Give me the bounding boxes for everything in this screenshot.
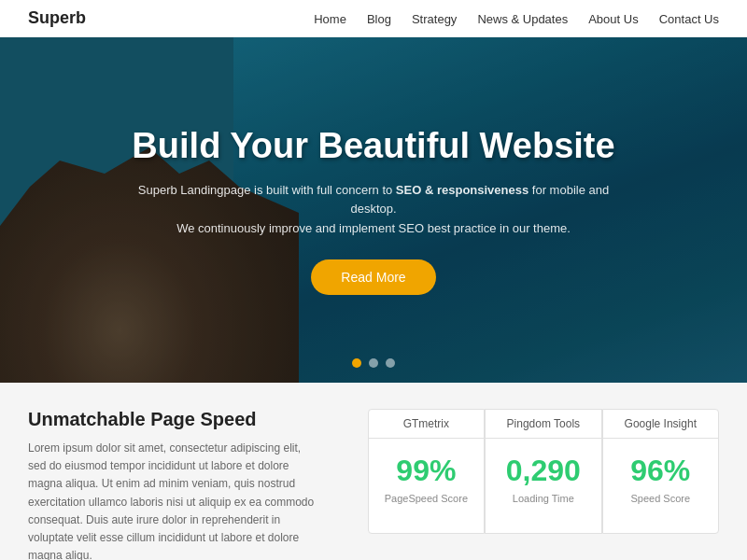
stat-card-0: GTmetrix99%PageSpeed Score (368, 409, 485, 534)
nav-item-about-us[interactable]: About Us (588, 12, 638, 26)
stat-header-1: Pingdom Tools (486, 410, 600, 439)
nav-item-news-&-updates[interactable]: News & Updates (477, 12, 568, 26)
nav-item-contact-us[interactable]: Contact Us (659, 12, 719, 26)
nav-item-blog[interactable]: Blog (367, 12, 391, 26)
dot-1[interactable] (369, 358, 378, 368)
bottom-section: Unmatchable Page Speed Lorem ipsum dolor… (0, 383, 747, 560)
hero-subtitle: Superb Landingpage is built with full co… (131, 181, 616, 239)
logo: Superb (28, 8, 86, 28)
main-nav: HomeBlogStrategyNews & UpdatesAbout UsCo… (314, 10, 719, 27)
stat-value-0: 99% (387, 439, 465, 493)
stat-label-0: PageSpeed Score (385, 493, 468, 513)
stat-label-2: Speed Score (630, 493, 690, 513)
hero-section: Build Your Beautiful Website Superb Land… (0, 37, 747, 383)
hero-dots (352, 358, 395, 368)
header: Superb HomeBlogStrategyNews & UpdatesAbo… (0, 0, 747, 37)
hero-content: Build Your Beautiful Website Superb Land… (0, 37, 747, 383)
stat-value-1: 0,290 (497, 439, 590, 493)
section-description: Lorem ipsum dolor sit amet, consectetur … (28, 440, 321, 560)
stat-card-1: Pingdom Tools0,290Loading Time (485, 409, 601, 534)
dot-0[interactable] (352, 358, 361, 368)
stat-label-1: Loading Time (513, 493, 574, 513)
stat-card-2: Google Insight96%Speed Score (602, 409, 719, 534)
read-more-button[interactable]: Read More (311, 259, 435, 295)
nav-item-home[interactable]: Home (314, 12, 346, 26)
dot-2[interactable] (386, 358, 395, 368)
section-title: Unmatchable Page Speed (28, 409, 321, 430)
hero-title: Build Your Beautiful Website (132, 125, 614, 168)
page-speed-text: Unmatchable Page Speed Lorem ipsum dolor… (28, 409, 340, 534)
stats-container: GTmetrix99%PageSpeed ScorePingdom Tools0… (368, 409, 719, 534)
stat-header-0: GTmetrix (369, 410, 484, 439)
nav-item-strategy[interactable]: Strategy (412, 12, 457, 26)
stat-header-2: Google Insight (603, 410, 718, 439)
stat-value-2: 96% (621, 439, 699, 493)
